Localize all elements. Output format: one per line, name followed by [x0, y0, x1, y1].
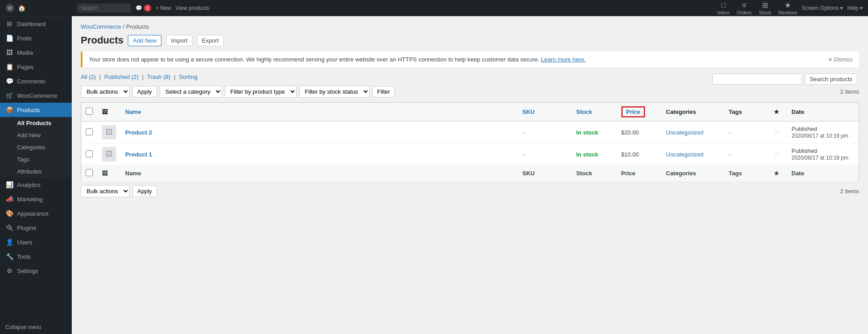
- row2-sku-cell: –: [518, 143, 572, 165]
- collapse-menu[interactable]: Collapse menu: [0, 321, 72, 334]
- sidebar-item-marketing[interactable]: 📣 Marketing: [0, 192, 72, 206]
- category-filter-select[interactable]: Select a category: [160, 86, 222, 98]
- select-all-checkbox[interactable]: [86, 108, 93, 115]
- stock-sort-link[interactable]: Stock: [576, 108, 592, 115]
- sidebar-item-media[interactable]: 🖼 Media: [0, 45, 72, 60]
- sidebar-item-label: Posts: [17, 35, 32, 42]
- row2-checkbox[interactable]: [86, 150, 93, 157]
- view-products-link[interactable]: View products: [175, 5, 209, 11]
- submenu-add-new[interactable]: Add New: [0, 129, 72, 141]
- topbar-search-input[interactable]: [77, 4, 131, 13]
- name-sort-link[interactable]: Name: [125, 108, 141, 115]
- sidebar: W 🏠 ⊞ Dashboard 📄 Posts 🖼 Media 📋 Pages …: [0, 0, 72, 334]
- widget-inbox-label: Inbox: [717, 10, 729, 15]
- help-button[interactable]: Help ▾: [847, 5, 863, 11]
- settings-icon: ⚙: [5, 267, 13, 274]
- table-row: 🖼 Product 1 – In stock $10.00: [81, 143, 859, 165]
- row1-category-link[interactable]: Uncategorized: [666, 129, 704, 136]
- analytics-icon: 📊: [5, 181, 13, 188]
- bottom-apply-button[interactable]: Apply: [132, 186, 157, 197]
- sidebar-item-label: Appearance: [17, 210, 48, 217]
- topbar-notifications[interactable]: 💬 0: [135, 4, 151, 12]
- sidebar-item-settings[interactable]: ⚙ Settings: [0, 264, 72, 278]
- bulk-apply-button[interactable]: Apply: [132, 86, 157, 97]
- subnav-published[interactable]: Published (2): [105, 74, 139, 80]
- search-products-input[interactable]: [712, 74, 802, 85]
- row2-category-link[interactable]: Uncategorized: [666, 151, 704, 158]
- widget-stock[interactable]: ⊞ Stock: [759, 1, 772, 15]
- orders-icon: ≡: [742, 1, 746, 9]
- row1-checkbox[interactable]: [86, 128, 93, 135]
- sidebar-logo[interactable]: W 🏠: [0, 0, 72, 17]
- sidebar-item-comments[interactable]: 💬 Comments: [0, 74, 72, 88]
- sidebar-item-plugins[interactable]: 🔌 Plugins: [0, 221, 72, 235]
- widget-inbox[interactable]: □ Inbox: [717, 1, 729, 15]
- sidebar-item-label: Settings: [17, 268, 38, 274]
- sidebar-item-products[interactable]: 📦 Products: [0, 103, 72, 117]
- col-date-header: Date: [787, 103, 859, 121]
- row2-stock-cell: In stock: [572, 143, 617, 165]
- stock-status-filter-select[interactable]: Filter by stock status: [299, 86, 370, 98]
- product-type-filter-select[interactable]: Filter by product type: [225, 86, 297, 98]
- new-button[interactable]: + New: [156, 5, 171, 11]
- plugins-icon: 🔌: [5, 224, 13, 231]
- submenu-all-products[interactable]: All Products: [0, 117, 72, 129]
- widget-stock-label: Stock: [759, 10, 772, 15]
- notice-dismiss-button[interactable]: ✕ Dismiss: [828, 56, 853, 63]
- subnav-sorting[interactable]: Sorting: [179, 74, 197, 80]
- sidebar-item-pages[interactable]: 📋 Pages: [0, 60, 72, 74]
- col-price-header[interactable]: Price: [617, 103, 662, 121]
- widget-reviews-label: Reviews: [778, 10, 797, 15]
- row1-name-cell: Product 2: [121, 121, 518, 143]
- marketing-icon: 📣: [5, 195, 13, 203]
- row2-name-cell: Product 1: [121, 143, 518, 165]
- notice-link[interactable]: Learn more here.: [541, 56, 586, 63]
- widget-orders[interactable]: ≡ Orders: [737, 1, 752, 15]
- sidebar-item-appearance[interactable]: 🎨 Appearance: [0, 206, 72, 221]
- sidebar-item-posts[interactable]: 📄 Posts: [0, 31, 72, 45]
- submenu-attributes[interactable]: Attributes: [0, 165, 72, 178]
- filter-button[interactable]: Filter: [372, 86, 395, 97]
- subnav-all[interactable]: All (2): [81, 74, 96, 80]
- bottom-col-tags-header: Tags: [724, 165, 769, 182]
- sidebar-item-woocommerce[interactable]: 🛒 WooCommerce: [0, 88, 72, 103]
- import-button[interactable]: Import: [166, 35, 192, 46]
- sidebar-item-label: Comments: [17, 78, 45, 85]
- search-products-button[interactable]: Search products: [805, 74, 857, 85]
- bottom-filter-bar: Bulk actions Apply 2 items: [81, 185, 859, 197]
- screen-options-button[interactable]: Screen Options ▾: [802, 5, 843, 11]
- row2-featured-cell[interactable]: ☆: [769, 143, 787, 165]
- price-sort-link[interactable]: Price: [626, 108, 641, 115]
- col-sku-header[interactable]: SKU: [518, 103, 572, 121]
- sidebar-item-analytics[interactable]: 📊 Analytics: [0, 178, 72, 192]
- products-table: 🖼 Name SKU Stock Price: [81, 102, 859, 182]
- sidebar-item-tools[interactable]: 🔧 Tools: [0, 249, 72, 264]
- subnav-trash[interactable]: Trash (8): [147, 74, 170, 80]
- widget-reviews[interactable]: ★ Reviews: [778, 1, 797, 15]
- bulk-actions-select[interactable]: Bulk actions: [81, 86, 130, 98]
- submenu-categories[interactable]: Categories: [0, 141, 72, 153]
- add-new-button[interactable]: Add New: [128, 35, 161, 46]
- sidebar-item-users[interactable]: 👤 Users: [0, 235, 72, 249]
- sidebar-item-dashboard[interactable]: ⊞ Dashboard: [0, 17, 72, 31]
- breadcrumb-woocommerce[interactable]: WooCommerce: [81, 23, 121, 30]
- row1-star-icon[interactable]: ☆: [774, 129, 780, 136]
- bottom-select-all-checkbox[interactable]: [86, 169, 93, 176]
- row1-date-status: Published: [792, 126, 817, 132]
- sku-sort-link[interactable]: SKU: [523, 108, 535, 115]
- row1-sku-cell: –: [518, 121, 572, 143]
- woocommerce-icon: 🛒: [5, 92, 13, 99]
- col-name-header[interactable]: Name: [121, 103, 518, 121]
- bottom-bulk-actions-select[interactable]: Bulk actions: [81, 185, 130, 197]
- row1-featured-cell[interactable]: ☆: [769, 121, 787, 143]
- submenu-tags[interactable]: Tags: [0, 153, 72, 165]
- row1-product-link[interactable]: Product 2: [125, 129, 152, 136]
- export-button[interactable]: Export: [197, 35, 224, 46]
- col-stock-header[interactable]: Stock: [572, 103, 617, 121]
- row2-star-icon[interactable]: ☆: [774, 151, 780, 158]
- stock-icon: ⊞: [762, 1, 768, 9]
- bottom-col-featured-header: ★: [769, 165, 787, 182]
- row2-product-link[interactable]: Product 1: [125, 151, 152, 158]
- bottom-image-icon: 🖼: [102, 170, 108, 177]
- sidebar-item-label: Products: [17, 107, 40, 113]
